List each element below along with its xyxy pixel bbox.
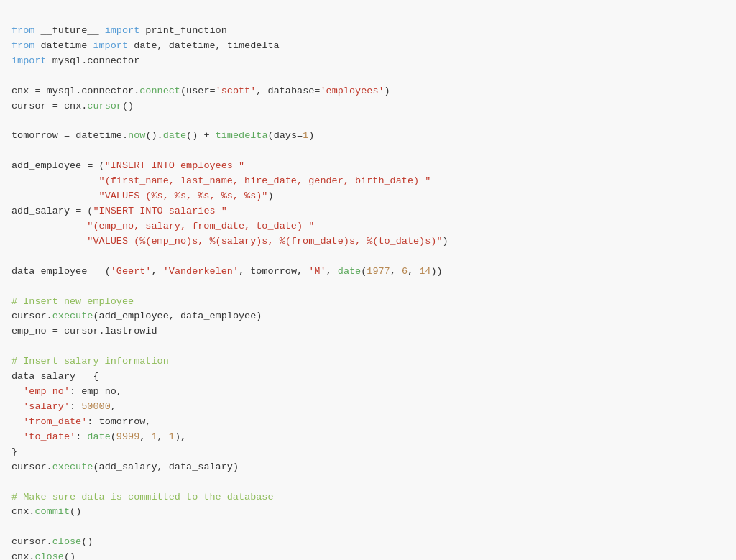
method-date: date bbox=[163, 130, 186, 141]
dict-key-salary: 'salary' bbox=[23, 401, 70, 412]
comment-insert-salary: # Insert salary information bbox=[12, 356, 169, 367]
dict-key-fromdate: 'from_date' bbox=[23, 416, 87, 427]
method-connect: connect bbox=[139, 86, 180, 96]
timedelta-call: timedelta bbox=[216, 130, 268, 141]
method-execute-2: execute bbox=[52, 462, 93, 472]
method-execute-1: execute bbox=[52, 311, 93, 321]
method-cursor-close: close bbox=[52, 536, 82, 547]
comment-commit: # Make sure data is committed to the dat… bbox=[12, 492, 274, 502]
method-commit: commit bbox=[34, 506, 70, 517]
dict-key-empno: 'emp_no' bbox=[23, 386, 70, 397]
keyword-from-2: from bbox=[12, 40, 34, 51]
keyword-from: from bbox=[12, 25, 34, 36]
method-now: now bbox=[128, 130, 145, 141]
comment-insert-employee: # Insert new employee bbox=[12, 296, 134, 307]
code-editor: from __future__ import print_function fr… bbox=[12, 9, 724, 560]
method-cnx-close: close bbox=[34, 551, 64, 560]
date-call-2: date bbox=[87, 431, 110, 442]
method-cursor: cursor bbox=[87, 101, 122, 111]
dict-key-todate: 'to_date' bbox=[23, 431, 75, 442]
keyword-import-2: import bbox=[93, 40, 128, 51]
date-call: date bbox=[338, 266, 361, 277]
keyword-import-3: import bbox=[12, 55, 47, 66]
keyword-import: import bbox=[105, 25, 140, 36]
